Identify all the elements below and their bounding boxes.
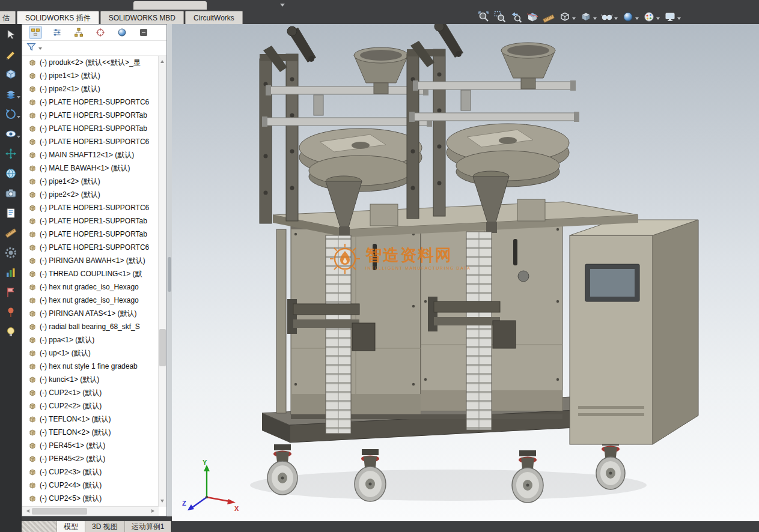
flag-icon[interactable] [4,285,18,300]
tree-item[interactable]: (-) PLATE HOPER1-SUPPORTC6 [22,241,159,254]
dropdown-caret-icon[interactable] [572,17,576,22]
flyout-caret-icon[interactable] [17,116,20,120]
select-arrow-icon[interactable] [4,28,18,42]
apply-scene-button[interactable] [643,11,660,25]
tree-item[interactable]: (-) PLATE HOPER1-SUPPORTC6 [22,95,159,109]
scroll-up-icon[interactable] [160,58,164,63]
tree-item[interactable]: (-) PLATE HOPER1-SUPPORTC6 [22,201,159,214]
tree-item[interactable]: (-) up<1> (默认) [22,346,159,360]
move-icon[interactable] [4,147,18,161]
hide-show-items-button[interactable] [601,11,618,25]
scroll-right-icon[interactable] [151,509,156,513]
globe-icon[interactable] [4,166,18,181]
horizontal-scroll-thumb[interactable] [32,508,87,515]
tree-item[interactable]: (-) produk<2> (默认<<默认>_显 [22,56,159,69]
graphics-viewport[interactable]: 智造资料网 INTELLIGENT MANUFACTURING DATA Y X… [172,24,759,521]
tree-item[interactable]: (-) TEFLON<2> (默认) [22,426,159,439]
doc-tab-3D-视图[interactable]: 3D 视图 [85,521,125,532]
tree-item[interactable]: (-) CUP2<3> (默认) [22,465,159,479]
display-style-button[interactable] [559,11,576,25]
flyout-caret-icon[interactable] [17,96,20,100]
tree-item[interactable]: (-) ppa<1> (默认) [22,333,159,346]
zoom-area-button[interactable] [494,11,506,25]
tree-item[interactable]: (-) PIRINGAN BAWAH<1> (默认) [22,254,159,267]
tree-item[interactable]: (-) hex nut gradec_iso_Hexago [22,280,159,294]
ruler-icon[interactable] [4,226,18,240]
tree-item[interactable]: (-) PER45<2> (默认) [22,452,159,465]
gear-icon[interactable] [4,246,18,260]
tree-item[interactable]: (-) MALE BAWAH<1> (默认) [22,162,159,175]
view-orientation-button[interactable] [580,11,597,25]
quick-access-caret-icon[interactable] [280,4,285,9]
tree-item[interactable]: (-) CUP2<2> (默认) [22,399,159,413]
eye-icon[interactable] [4,127,18,141]
chart-icon[interactable] [4,265,18,280]
dropdown-caret-icon[interactable] [656,17,660,22]
command-tab-circuitworks[interactable]: CircuitWorks [185,11,243,24]
configuration-manager-tab[interactable] [73,26,85,38]
tree-item[interactable]: (-) TEFLON<1> (默认) [22,413,159,426]
tree-item[interactable]: (-) PLATE HOPER1-SUPPORTab [22,214,159,228]
tree-item[interactable]: (-) PLATE HOPER1-SUPPORTab [22,228,159,241]
feature-manager-tab[interactable] [29,26,41,38]
dimxpert-manager-tab[interactable] [94,26,106,38]
tree-item[interactable]: (-) CUP2<5> (默认) [22,492,159,505]
tree-item[interactable]: (-) PLATE HOPER1-SUPPORTab [22,122,159,135]
tree-item[interactable]: (-) hex nut gradec_iso_Hexago [22,294,159,307]
tree-item[interactable]: (-) kunci<1> (默认) [22,373,159,386]
previous-view-button[interactable] [510,11,522,25]
dropdown-caret-icon[interactable] [614,17,618,22]
view-settings-button[interactable] [664,11,681,25]
tree-item[interactable]: (-) pipe2<1> (默认) [22,82,159,95]
section-view-button[interactable] [526,11,538,25]
filter-caret-icon[interactable] [38,47,42,52]
pin-icon[interactable] [4,305,18,319]
display-manager-tab[interactable] [116,26,128,38]
cube-icon[interactable] [4,67,18,82]
panel-splitter[interactable] [167,24,172,516]
zoom-fit-button[interactable] [478,11,490,25]
tree-item[interactable]: (-) THREAD COUPLING<1> (默 [22,267,159,280]
note-icon[interactable] [4,206,18,220]
doc-tab-运动算例1[interactable]: 运动算例1 [125,521,172,532]
measure-button[interactable] [543,11,555,25]
tree-item[interactable]: (-) PIRINGAN ATAS<1> (默认) [22,307,159,320]
rotate-view-icon[interactable] [4,107,18,121]
tree-item[interactable]: (-) CUP2<1> (默认) [22,386,159,399]
bulb-icon[interactable] [4,325,18,339]
tree-vertical-scrollbar[interactable] [158,56,166,507]
camera-icon[interactable] [4,186,18,201]
command-tab-solidworks-mbd[interactable]: SOLIDWORKS MBD [100,11,184,24]
command-tab-evaluate-partial[interactable]: 估 [0,11,16,24]
tree-item[interactable]: (-) MAIN SHAFT12<1> (默认) [22,148,159,162]
edit-appearance-button[interactable] [622,11,639,25]
property-manager-tab[interactable] [51,26,63,38]
tree-horizontal-scrollbar[interactable] [22,506,159,516]
tree-item[interactable]: (-) radial ball bearing_68_skf_S [22,320,159,333]
dropdown-caret-icon[interactable] [593,17,597,22]
command-tab-solidworks-插件[interactable]: SOLIDWORKS 插件 [17,11,99,24]
scroll-left-icon[interactable] [25,509,29,513]
tree-item[interactable]: (-) pipe1<2> (默认) [22,175,159,188]
vertical-scroll-thumb[interactable] [159,329,166,366]
flyout-caret-icon[interactable] [17,136,20,140]
tree-item[interactable]: (-) pipe1<1> (默认) [22,69,159,82]
splitter-grip[interactable] [168,257,171,292]
tree-item[interactable]: (-) hex nut style 1 fine gradeab [22,360,159,373]
tree-item-label: (-) PLATE HOPER1-SUPPORTab [40,217,147,225]
doc-tab-模型[interactable]: 模型 [57,521,85,532]
dropdown-caret-icon[interactable] [635,17,639,22]
layers-icon[interactable] [4,87,18,101]
filter-funnel-icon[interactable] [26,41,37,55]
tree-item[interactable]: (-) PLATE HOPER1-SUPPORTC6 [22,135,159,148]
tree-item[interactable]: (-) pipe2<2> (默认) [22,188,159,201]
scroll-down-icon[interactable] [160,500,164,504]
pane-options-tab[interactable] [138,26,150,38]
tree-item[interactable]: (-) PER45<1> (默认) [22,439,159,452]
sketch-pencil-icon[interactable] [4,47,18,62]
tree-item[interactable]: (-) CUP2<4> (默认) [22,479,159,492]
tree-item-label: (-) PLATE HOPER1-SUPPORTab [40,111,147,119]
doc-tab-scroll-buttons[interactable] [22,521,57,532]
dropdown-caret-icon[interactable] [677,17,681,22]
tree-item[interactable]: (-) PLATE HOPER1-SUPPORTab [22,109,159,122]
